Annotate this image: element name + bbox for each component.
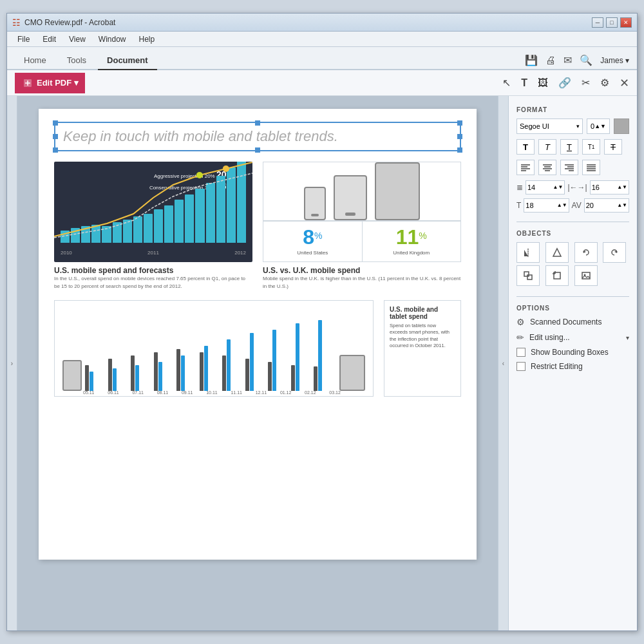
close-button[interactable]: ✕ xyxy=(620,17,632,28)
x-lbl-0112: 01.12 xyxy=(280,390,292,395)
handle-bottom-right[interactable] xyxy=(457,147,462,153)
tab-document[interactable]: Document xyxy=(98,52,157,70)
panel-divider-1 xyxy=(516,222,629,222)
link-tool-icon[interactable]: 🔗 xyxy=(558,77,571,89)
handle-bottom-left[interactable] xyxy=(53,147,58,153)
align-row xyxy=(516,160,629,175)
user-button[interactable]: James ▾ xyxy=(600,56,629,65)
left-panel-toggle[interactable]: › xyxy=(7,96,17,630)
bar-group xyxy=(85,365,108,391)
stats-row: 8 % United States 11 % United Kin xyxy=(263,221,461,262)
line-spacing-value: 14 xyxy=(527,184,535,191)
obj-flip-h-button[interactable] xyxy=(516,242,540,263)
color-swatch[interactable] xyxy=(614,118,629,134)
tablet-icon-medium xyxy=(334,175,367,220)
bar-dark xyxy=(176,349,180,391)
save-icon[interactable]: 💾 xyxy=(525,54,538,66)
align-center-button[interactable] xyxy=(538,160,556,175)
bar-group xyxy=(314,320,336,391)
image-tool-icon[interactable]: 🖼 xyxy=(538,77,548,89)
size-arrows-icon: ▲▼ xyxy=(594,124,606,129)
kerning-input[interactable]: 20 ▲▼ xyxy=(584,198,629,213)
obj-rotate-right-button[interactable] xyxy=(603,242,626,263)
title-bar-left: ☷ CMO Review.pdf - Acrobat xyxy=(12,17,115,28)
x-label-2011: 2011 xyxy=(147,250,159,256)
menu-bar: File Edit View Window Help xyxy=(7,32,637,47)
chart1-section: Aggressive projection 20% 20% Conservati… xyxy=(54,162,252,290)
print-icon[interactable]: 🖨 xyxy=(545,55,556,66)
bar-blue xyxy=(250,333,254,391)
bar-dark xyxy=(200,352,204,391)
uk-label: United Kingdom xyxy=(370,250,453,256)
right-panel-toggle[interactable]: ‹ xyxy=(498,96,508,630)
kerning-icon: AV xyxy=(572,201,582,210)
restrict-editing-option[interactable]: Restrict Editing xyxy=(516,362,629,371)
show-bounding-boxes-checkbox[interactable] xyxy=(516,348,526,357)
stat-us: 8 % United States xyxy=(263,222,363,261)
bold-button[interactable]: T xyxy=(516,139,535,155)
svg-rect-31 xyxy=(582,272,590,279)
menu-help[interactable]: Help xyxy=(134,33,160,45)
handle-top-right[interactable] xyxy=(457,120,462,126)
tab-tools[interactable]: Tools xyxy=(58,52,95,70)
char-spacing-input[interactable]: 16 ▲▼ xyxy=(590,180,629,194)
edit-using-option[interactable]: ✏ Edit using... ▾ xyxy=(516,332,629,343)
word-spacing-input[interactable]: 18 ▲▼ xyxy=(524,198,569,213)
scanned-documents-option[interactable]: ⚙ Scanned Documents xyxy=(516,317,629,327)
handle-top-left[interactable] xyxy=(53,120,58,126)
align-left-button[interactable] xyxy=(516,160,535,175)
toolbar-tools: ↖ T 🖼 🔗 ✂ ⚙ xyxy=(502,77,609,89)
svg-point-3 xyxy=(196,172,203,178)
bar-dark xyxy=(131,355,135,391)
spacing-arrows-icon: ▲▼ xyxy=(553,185,564,189)
maximize-button[interactable]: □ xyxy=(606,17,618,28)
line-spacing-input[interactable]: 14 ▲▼ xyxy=(526,180,565,194)
menu-edit[interactable]: Edit xyxy=(37,33,61,45)
x-lbl-0711: 07.11 xyxy=(132,390,144,395)
objects-section-title: OBJECTS xyxy=(516,230,629,237)
bar-blue xyxy=(204,346,208,391)
cursor-tool-icon[interactable]: ↖ xyxy=(502,77,511,89)
dropdown-chevron-icon: ▾ xyxy=(626,334,629,341)
obj-arrange-button[interactable] xyxy=(516,265,540,286)
handle-bottom-mid[interactable] xyxy=(255,147,260,153)
text-tool-icon[interactable]: T xyxy=(521,77,527,89)
obj-rotate-left-button[interactable] xyxy=(574,242,598,263)
show-bounding-boxes-option[interactable]: Show Bounding Boxes xyxy=(516,348,629,357)
obj-triangle-button[interactable] xyxy=(545,242,569,263)
content-area[interactable]: Keep in touch with mobile and tablet tre… xyxy=(17,96,498,630)
superscript-button[interactable]: T1 xyxy=(582,139,600,155)
handle-mid-left[interactable] xyxy=(53,134,58,139)
handle-top-mid[interactable] xyxy=(255,120,260,126)
align-right-button[interactable] xyxy=(560,160,578,175)
search-icon[interactable]: 🔍 xyxy=(580,54,592,66)
bar-blue xyxy=(318,320,322,391)
menu-view[interactable]: View xyxy=(64,33,91,45)
obj-crop-button[interactable] xyxy=(545,265,569,286)
chart3-caption: Spend on tablets now exceeds smart phone… xyxy=(390,323,455,350)
restrict-editing-checkbox[interactable] xyxy=(516,362,526,371)
italic-button[interactable]: T xyxy=(538,139,556,155)
handle-mid-right[interactable] xyxy=(457,134,462,139)
minimize-button[interactable]: ─ xyxy=(592,17,603,28)
email-icon[interactable]: ✉ xyxy=(564,54,572,66)
svg-marker-23 xyxy=(553,249,561,256)
x-lbl-0911: 09.11 xyxy=(182,390,193,395)
font-size-input[interactable]: 0 ▲▼ xyxy=(587,118,610,134)
menu-file[interactable]: File xyxy=(12,33,35,45)
align-justify-button[interactable] xyxy=(582,160,600,175)
crop-tool-icon[interactable]: ✂ xyxy=(582,77,590,89)
underline-button[interactable]: T xyxy=(560,139,578,155)
char-spacing-value: 16 xyxy=(592,184,600,191)
tab-home[interactable]: Home xyxy=(15,52,55,70)
strikethrough-button[interactable]: T xyxy=(604,139,622,155)
svg-marker-21 xyxy=(524,250,528,256)
bar-x-labels: 05.11 06.11 07.11 08.11 09.11 10.11 11.1… xyxy=(83,390,341,395)
obj-image-button[interactable] xyxy=(574,265,598,286)
edit-pdf-button[interactable]: Edit PDF ▾ xyxy=(15,73,85,93)
toolbar-close-button[interactable]: ✕ xyxy=(620,76,629,90)
menu-window[interactable]: Window xyxy=(93,33,131,45)
text-selection-box[interactable]: Keep in touch with mobile and tablet tre… xyxy=(54,122,461,151)
settings-tool-icon[interactable]: ⚙ xyxy=(600,77,609,89)
font-select[interactable]: Segoe UI ▾ xyxy=(516,118,583,134)
